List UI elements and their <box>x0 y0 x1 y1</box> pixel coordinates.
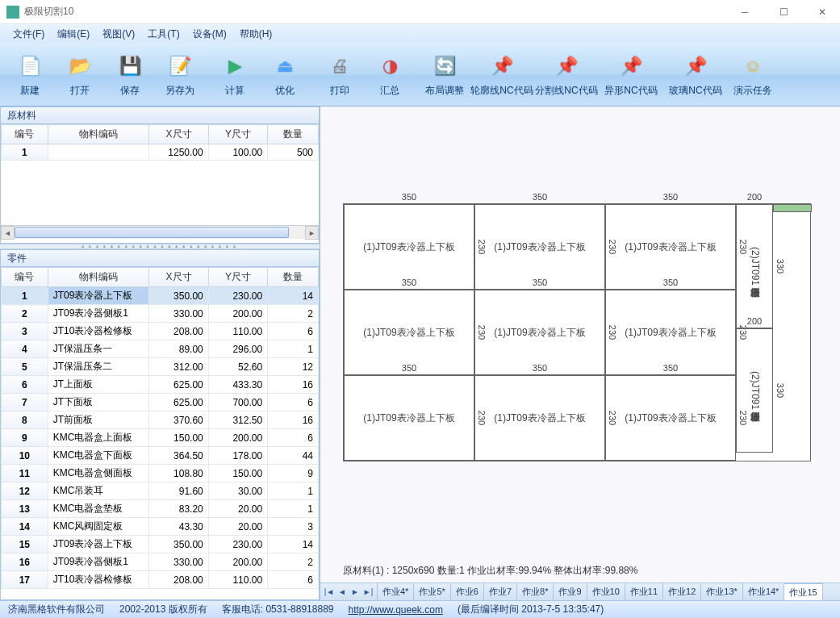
toolbar-demo-button[interactable]: ☺演示任务 <box>728 47 778 103</box>
header-cell[interactable]: 物料编码 <box>48 125 149 144</box>
split-icon: 📌 <box>552 52 581 81</box>
job-tab[interactable]: 作业9 <box>553 583 586 600</box>
splitter-handle[interactable]: ▲▲▲▲▲▲▲▲▲▲▲▲▲▲▲▲▲▲▲▲▲▲ <box>0 244 320 249</box>
header-cell[interactable]: Y尺寸 <box>208 125 267 144</box>
toolbar-adjust-button[interactable]: 🔄布局调整 <box>420 47 470 103</box>
table-row[interactable]: 8JT前面板370.60312.5016 <box>2 411 319 429</box>
job-tab[interactable]: 作业11 <box>625 583 662 600</box>
parts-grid[interactable]: 编号物料编码X尺寸Y尺寸数量1JT09表冷器上下板350.00230.00142… <box>0 267 320 600</box>
job-tab[interactable]: 作业7 <box>483 583 516 600</box>
header-cell[interactable]: Y尺寸 <box>208 268 267 287</box>
raw-panel-header: 原材料 <box>0 106 320 124</box>
toolbar-summary-button[interactable]: ◑汇总 <box>365 47 415 103</box>
layout-piece[interactable]: 200330(2)JT09表冷器侧板1 <box>736 328 773 453</box>
toolbar-new-button[interactable]: 📄新建 <box>5 47 55 103</box>
toolbar-split-button[interactable]: 📌分割线NC代码 <box>534 47 599 103</box>
toolbar-open-button[interactable]: 📂打开 <box>55 47 105 103</box>
status-company: 济南黑格软件有限公司 <box>8 603 105 616</box>
optimize-icon: ⏏ <box>270 52 299 81</box>
table-row[interactable]: 12KMC吊装耳91.6030.001 <box>2 482 319 500</box>
title-bar: 极限切割10 ─ ☐ ✕ <box>0 0 840 24</box>
toolbar-shape-button[interactable]: 📌异形NC代码 <box>599 47 663 103</box>
maximize-button[interactable]: ☐ <box>772 4 795 20</box>
table-row[interactable]: 6JT上面板625.00433.3016 <box>2 376 319 394</box>
header-cell[interactable]: 物料编码 <box>48 268 149 287</box>
layout-piece[interactable]: 350230(1)JT09表冷器上下板 <box>605 375 736 461</box>
status-bar: 济南黑格软件有限公司 2002-2013 版权所有 客服电话: 0531-889… <box>0 600 840 618</box>
job-tab[interactable]: 作业12 <box>662 583 700 600</box>
layout-piece[interactable]: 350230(1)JT09表冷器上下板 <box>474 375 605 461</box>
toolbar: 📄新建📂打开💾保存📝另存为▶计算⏏优化🖨打印◑汇总🔄布局调整📌轮廓线NC代码📌分… <box>0 44 840 106</box>
job-tab[interactable]: 作业14* <box>742 583 784 600</box>
menu-0[interactable]: 文件(F) <box>8 26 49 43</box>
status-copyright: 2002-2013 版权所有 <box>119 603 207 616</box>
table-row[interactable]: 10KMC电器盒下面板364.50178.0044 <box>2 447 319 465</box>
menu-3[interactable]: 工具(T) <box>143 26 184 43</box>
layout-piece[interactable]: 350230(1)JT09表冷器上下板 <box>344 375 474 461</box>
job-tab[interactable]: 作业15 <box>784 583 822 600</box>
header-cell[interactable]: 编号 <box>2 125 48 144</box>
scrollbar-thumb[interactable] <box>15 227 289 238</box>
demo-icon: ☺ <box>738 52 767 81</box>
table-row[interactable]: 15JT09表冷器上下板350.00230.0014 <box>2 536 319 553</box>
status-compiled: (最后编译时间 2013-7-5 13:35:47) <box>458 603 604 616</box>
header-cell[interactable]: 数量 <box>268 125 319 144</box>
table-row[interactable]: 1JT09表冷器上下板350.00230.0014 <box>2 287 319 305</box>
toolbar-save-button[interactable]: 💾保存 <box>105 47 155 103</box>
toolbar-saveas-button[interactable]: 📝另存为 <box>155 47 205 103</box>
print-icon: 🖨 <box>325 52 354 81</box>
header-cell[interactable]: 编号 <box>2 268 48 287</box>
status-url[interactable]: http://www.queek.com <box>348 604 442 616</box>
header-cell[interactable]: 数量 <box>268 268 319 287</box>
horizontal-scrollbar[interactable]: ◄ ► <box>1 225 319 239</box>
cutting-sheet: 350230(1)JT09表冷器上下板350230(1)JT09表冷器上下板35… <box>343 203 811 461</box>
toolbar-glass-button[interactable]: 📌玻璃NC代码 <box>663 47 728 103</box>
tab-last-icon[interactable]: ►| <box>362 587 374 598</box>
job-tab[interactable]: 作业10 <box>587 583 625 600</box>
table-row[interactable]: 11250.00100.00500 <box>2 144 319 161</box>
table-row[interactable]: 3JT10表冷器检修板208.00110.006 <box>2 323 319 340</box>
glass-icon: 📌 <box>681 52 710 81</box>
minimize-button[interactable]: ─ <box>733 4 756 20</box>
toolbar-print-button[interactable]: 🖨打印 <box>315 47 365 103</box>
adjust-icon: 🔄 <box>430 52 459 81</box>
summary-icon: ◑ <box>375 52 404 81</box>
menu-5[interactable]: 帮助(H) <box>235 26 278 43</box>
table-row[interactable]: 13KMC电器盒垫板83.2020.001 <box>2 500 319 518</box>
job-tab[interactable]: 作业13* <box>700 583 742 600</box>
scroll-right-icon[interactable]: ► <box>305 226 319 240</box>
table-row[interactable]: 9KMC电器盒上面板150.00200.006 <box>2 429 319 447</box>
toolbar-calc-button[interactable]: ▶计算 <box>210 47 260 103</box>
layout-piece[interactable]: 200330(2)JT09表冷器侧板1 <box>736 204 773 328</box>
close-button[interactable]: ✕ <box>811 4 834 20</box>
menu-4[interactable]: 设备(M) <box>188 26 232 43</box>
table-row[interactable]: 7JT下面板625.00700.006 <box>2 394 319 411</box>
menu-1[interactable]: 编辑(E) <box>52 26 94 43</box>
job-tab[interactable]: 作业4* <box>377 583 413 600</box>
saveas-icon: 📝 <box>165 52 194 81</box>
menu-2[interactable]: 视图(V) <box>98 26 140 43</box>
job-tab[interactable]: 作业8* <box>516 583 553 600</box>
toolbar-optimize-button[interactable]: ⏏优化 <box>260 47 310 103</box>
left-pane: 原材料 编号物料编码X尺寸Y尺寸数量11250.00100.00500 ◄ ► … <box>0 106 320 600</box>
tab-first-icon[interactable]: |◄ <box>324 587 335 598</box>
tab-next-icon[interactable]: ► <box>349 587 361 598</box>
scroll-left-icon[interactable]: ◄ <box>1 226 15 240</box>
job-tab[interactable]: 作业6 <box>450 583 483 600</box>
job-tab[interactable]: 作业5* <box>413 583 449 600</box>
table-row[interactable]: 16JT09表冷器侧板1330.00200.002 <box>2 553 319 571</box>
raw-materials-grid[interactable]: 编号物料编码X尺寸Y尺寸数量11250.00100.00500 ◄ ► <box>0 124 320 244</box>
table-row[interactable]: 4JT保温压条一89.00296.001 <box>2 340 319 358</box>
table-row[interactable]: 2JT09表冷器侧板1330.00200.002 <box>2 305 319 323</box>
tab-prev-icon[interactable]: ◄ <box>336 587 348 598</box>
table-row[interactable]: 5JT保温压条二312.0052.6012 <box>2 358 319 376</box>
open-icon: 📂 <box>65 52 94 81</box>
status-phone: 客服电话: 0531-88918889 <box>222 603 334 616</box>
table-row[interactable]: 14KMC风阀固定板43.3020.003 <box>2 518 319 536</box>
table-row[interactable]: 11KMC电器盒侧面板108.80150.009 <box>2 465 319 482</box>
header-cell[interactable]: X尺寸 <box>149 268 208 287</box>
toolbar-outline-button[interactable]: 📌轮廓线NC代码 <box>470 47 534 103</box>
table-row[interactable]: 17JT10表冷器检修板208.00110.006 <box>2 571 319 589</box>
layout-canvas[interactable]: 350230(1)JT09表冷器上下板350230(1)JT09表冷器上下板35… <box>320 106 840 559</box>
header-cell[interactable]: X尺寸 <box>149 125 208 144</box>
